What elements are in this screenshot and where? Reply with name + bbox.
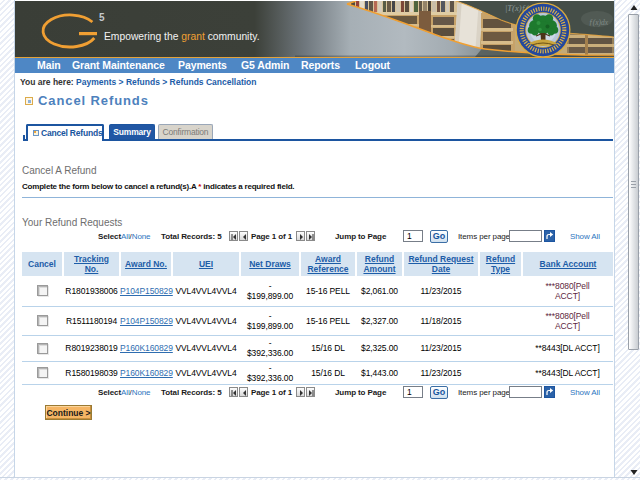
svg-text:Empowering the grant community: Empowering the grant community. bbox=[104, 31, 260, 42]
svg-text:5: 5 bbox=[99, 12, 105, 23]
